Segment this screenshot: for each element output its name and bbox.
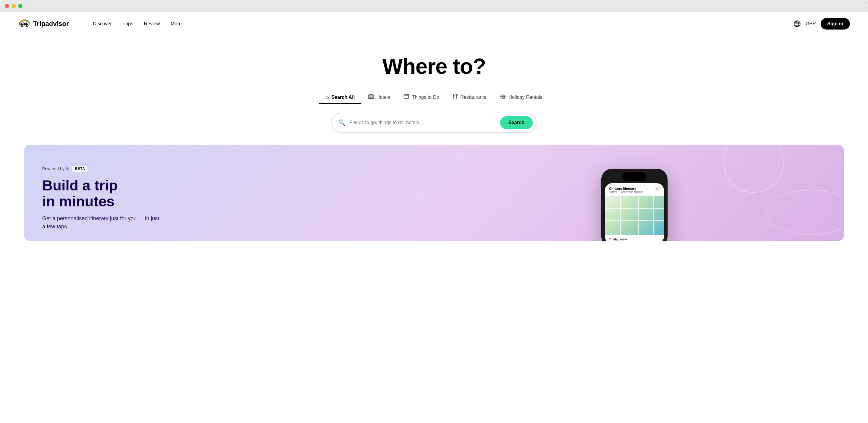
phone-close-icon[interactable]: ✕ xyxy=(655,187,660,192)
ai-subtext: Get a personalised itinerary just for yo… xyxy=(42,215,163,231)
powered-by-text: Powered by AI xyxy=(42,166,69,171)
search-button[interactable]: Search xyxy=(500,116,533,129)
svg-point-5 xyxy=(22,23,23,24)
svg-point-3 xyxy=(21,23,24,26)
logo-text: Tripadvisor xyxy=(33,20,69,28)
tab-hotels[interactable]: Hotels xyxy=(361,91,397,104)
tab-holiday-rentals-label: Holiday Rentals xyxy=(508,95,542,100)
tab-search-all-label: Search All xyxy=(331,95,355,100)
beta-badge: BETA xyxy=(72,166,87,172)
svg-rect-15 xyxy=(404,94,409,99)
tripadvisor-logo-icon xyxy=(18,18,31,30)
tab-hotels-label: Hotels xyxy=(376,95,390,100)
map-road-v-1 xyxy=(620,196,621,235)
phone-screen-header: Chicago Itinerary 3 days • Family with c… xyxy=(605,183,664,196)
holiday-rentals-icon xyxy=(499,94,506,101)
search-tabs: ⌂ Search All Hotels xyxy=(319,91,549,104)
svg-rect-14 xyxy=(372,97,373,99)
phone-notch xyxy=(622,172,647,181)
ai-headline-line2: in minutes xyxy=(42,193,115,209)
ai-banner-left: Powered by AI BETA Build a trip in minut… xyxy=(42,163,425,241)
globe-icon[interactable] xyxy=(794,20,801,27)
nav-trips[interactable]: Trips xyxy=(123,21,133,27)
nav-links: Discover Trips Review More xyxy=(93,21,794,27)
nav-right: GBP Sign in xyxy=(794,18,850,30)
map-view-label: Map view xyxy=(613,238,627,241)
map-pin-icon: 📍 xyxy=(608,238,612,241)
phone-map xyxy=(605,196,664,235)
tab-restaurants[interactable]: Restaurants xyxy=(446,91,493,104)
tab-things-to-do-label: Things to Do xyxy=(412,95,439,100)
phone-map-footer[interactable]: 📍 Map view xyxy=(605,235,664,241)
nav-review[interactable]: Review xyxy=(144,21,160,27)
search-magnifier-icon: 🔍 xyxy=(338,119,346,126)
navbar: Tripadvisor Discover Trips Review More G… xyxy=(0,12,868,36)
nav-discover[interactable]: Discover xyxy=(93,21,112,27)
search-input[interactable] xyxy=(349,120,500,125)
phone-itinerary-title: Chicago Itinerary xyxy=(609,187,644,190)
map-road-v-3 xyxy=(653,196,654,235)
svg-point-6 xyxy=(27,23,28,24)
ai-headline: Build a trip in minutes xyxy=(42,178,425,210)
svg-point-4 xyxy=(25,23,28,26)
search-bar: 🔍 Search xyxy=(332,113,536,133)
logo[interactable]: Tripadvisor xyxy=(18,18,69,30)
tab-search-all[interactable]: ⌂ Search All xyxy=(319,91,362,104)
currency-selector[interactable]: GBP xyxy=(806,21,816,27)
ai-headline-line1: Build a trip xyxy=(42,177,118,193)
maximize-window-button[interactable] xyxy=(18,4,22,8)
tab-holiday-rentals[interactable]: Holiday Rentals xyxy=(493,91,549,104)
svg-rect-25 xyxy=(502,98,503,99)
close-window-button[interactable] xyxy=(5,4,9,8)
tab-things-to-do[interactable]: Things to Do xyxy=(397,91,446,104)
phone-screen: Chicago Itinerary 3 days • Family with c… xyxy=(605,183,664,241)
hero-section: Where to? ⌂ Search All Hotels xyxy=(0,36,868,144)
hotels-icon xyxy=(368,94,374,100)
hero-title: Where to? xyxy=(382,54,486,78)
ai-banner: Powered by AI BETA Build a trip in minut… xyxy=(24,144,844,241)
page-wrapper: Tripadvisor Discover Trips Review More G… xyxy=(0,12,868,423)
map-road-h-1 xyxy=(605,208,664,209)
window-chrome xyxy=(0,0,868,12)
minimize-window-button[interactable] xyxy=(11,4,16,8)
tab-restaurants-label: Restaurants xyxy=(460,95,486,100)
restaurants-icon xyxy=(453,94,458,101)
things-to-do-icon xyxy=(403,94,409,101)
sign-in-button[interactable]: Sign in xyxy=(821,18,850,30)
map-road-h-2 xyxy=(605,220,664,221)
ai-banner-right: Chicago Itinerary 3 days • Family with c… xyxy=(443,163,826,241)
phone-mockup: Chicago Itinerary 3 days • Family with c… xyxy=(601,169,668,241)
phone-itinerary-subtitle: 3 days • Family with children xyxy=(609,190,644,193)
powered-by-ai: Powered by AI BETA xyxy=(42,166,425,172)
svg-rect-13 xyxy=(369,97,370,99)
nav-more[interactable]: More xyxy=(170,21,181,27)
map-road-v-2 xyxy=(638,196,639,235)
search-all-icon: ⌂ xyxy=(326,94,329,100)
